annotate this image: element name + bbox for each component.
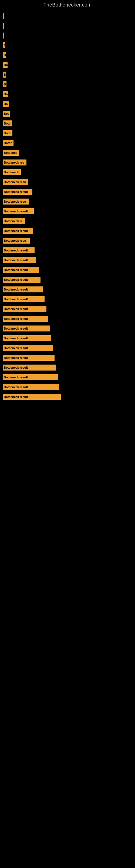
bar-label: Bottle — [4, 141, 12, 145]
bar-label: Bottleneck result — [4, 356, 28, 360]
bar: Bottleneck result — [3, 355, 54, 361]
bar-row: Bot — [3, 109, 135, 118]
bar: B — [3, 72, 6, 78]
bar: Bottleneck result — [3, 316, 48, 322]
bar: B — [3, 82, 6, 87]
bar: Bottleneck result — [3, 189, 32, 195]
bar-label: Bottleneck result — [4, 288, 28, 291]
bar-row: B — [3, 80, 135, 89]
bar-label: Bottleneck result — [4, 190, 28, 193]
bar: Bottleneck result — [3, 267, 39, 273]
bar-row: Bottl — [3, 119, 135, 128]
bar-label: Bottleneck result — [4, 395, 28, 399]
bar-row: Bottleneck result — [3, 314, 135, 323]
bar-row: Bottl — [3, 129, 135, 137]
bars-container: |rBBBoBBBoBoBotBottlBottlBottleBottlenec… — [0, 9, 135, 405]
bar-label: Bottleneck result — [4, 278, 28, 281]
bar-label: r — [4, 34, 4, 37]
bar-row: Bo — [3, 90, 135, 98]
bar-label: Bottleneck result — [4, 376, 28, 379]
bar-row: Bo — [3, 99, 135, 108]
bar-row: Bottleneck result — [3, 305, 135, 313]
bar-label: Bottleneck result — [4, 366, 28, 369]
bar-row: Bottleneck result — [3, 246, 135, 255]
bar-label: Bottl — [4, 122, 10, 125]
bar-row: Bottleneck result — [3, 344, 135, 352]
bar: Bottleneck result — [3, 277, 41, 283]
bar-label: B — [4, 54, 6, 57]
bar-label: Bot — [4, 112, 9, 115]
bar-row: Bottleneck result — [3, 383, 135, 392]
bar: Bottleneck result — [3, 306, 46, 312]
bar-label: B — [4, 83, 6, 86]
bar-row: Bottleneck resu — [3, 236, 135, 245]
bar: Bottleneck result — [3, 296, 45, 302]
bar-row: Bottleneck result — [3, 334, 135, 343]
bar-label: Bottleneck result — [4, 317, 28, 320]
bar-row: Bottlenec — [3, 148, 135, 157]
bar-label: Bottleneck result — [4, 385, 28, 389]
bar-row: | — [3, 12, 135, 20]
bar: Bottleneck resu — [3, 198, 29, 205]
bar-label: Bottleneck result — [4, 249, 28, 252]
bar-label: Bottleneck result — [4, 210, 28, 213]
bar-label: Bottleneck res — [4, 161, 24, 164]
bar-row: r — [3, 31, 135, 40]
bar: Bo — [3, 62, 8, 68]
bar: B — [3, 42, 5, 48]
bar: Bottl — [3, 120, 12, 126]
bar: Bottleneck result — [3, 384, 59, 390]
bar-row: Bottleneck result — [3, 353, 135, 362]
bar-label: Bottleneck resu — [4, 239, 26, 242]
bar-label: Bo — [4, 63, 8, 66]
bar-row: Bottleneck result — [3, 275, 135, 284]
bar-row: Bo — [3, 61, 135, 69]
bar-label: Bottleneck result — [4, 298, 28, 301]
bar-label: Bottleneck result — [4, 346, 28, 350]
bar: Bottleneck result — [3, 257, 36, 263]
bar-label: Bottleneck re — [4, 219, 23, 223]
bar: Bo — [3, 91, 8, 97]
bar-label: Bottleneck result — [4, 327, 28, 330]
bar-label: Bottleneck result — [4, 258, 28, 262]
bar-row — [3, 22, 135, 30]
bar: Bottleneck result — [3, 208, 34, 214]
bar-row: Bottleneck resu — [3, 178, 135, 186]
bar: Bottleneck result — [3, 335, 51, 341]
bar-row: Bottleneck result — [3, 285, 135, 294]
bar-label: Bottleneck resu — [4, 200, 26, 203]
bar-row: B — [3, 41, 135, 50]
bar-row: Bottleneck res — [3, 158, 135, 167]
bar-label: B — [4, 44, 5, 47]
bar: Bottleneck resu — [3, 238, 30, 244]
bar: Bottlenec — [3, 150, 19, 156]
bar: Bottleneck result — [3, 374, 58, 380]
bar: Bo — [3, 101, 9, 107]
bar: Bottleneck result — [3, 394, 61, 400]
bar-label: Bo — [4, 93, 8, 96]
bar-label: B — [4, 73, 6, 76]
bar: B — [3, 52, 6, 58]
bar-row: Bottleneck result — [3, 207, 135, 216]
site-title: TheBottlenecker.com — [0, 0, 135, 9]
bar-row: Bottleneck result — [3, 187, 135, 196]
bar — [3, 23, 4, 29]
bar: Bottleneck result — [3, 247, 35, 253]
bar-row: B — [3, 70, 135, 79]
bar-row: Bottleneck re — [3, 217, 135, 225]
bar-row: Bottleneck result — [3, 256, 135, 265]
bar-row: Bottle — [3, 138, 135, 147]
bar-row: Bottleneck result — [3, 324, 135, 333]
bar-label: Bottleneck result — [4, 229, 28, 232]
bar-label: Bottl — [4, 131, 10, 135]
bar: Bottleneck result — [3, 365, 56, 371]
bar-label: Bo — [4, 102, 8, 105]
bar: Bot — [3, 111, 10, 117]
bar: r — [3, 33, 4, 38]
bar: Bottle — [3, 140, 13, 146]
bar-row: Bottleneck result — [3, 363, 135, 372]
bar-label: Bottlenec — [4, 151, 17, 154]
bar-row: Bottleneck result — [3, 393, 135, 401]
bar: Bottleneck res — [3, 159, 27, 165]
bar-label: Bottleneck resu — [4, 180, 26, 184]
